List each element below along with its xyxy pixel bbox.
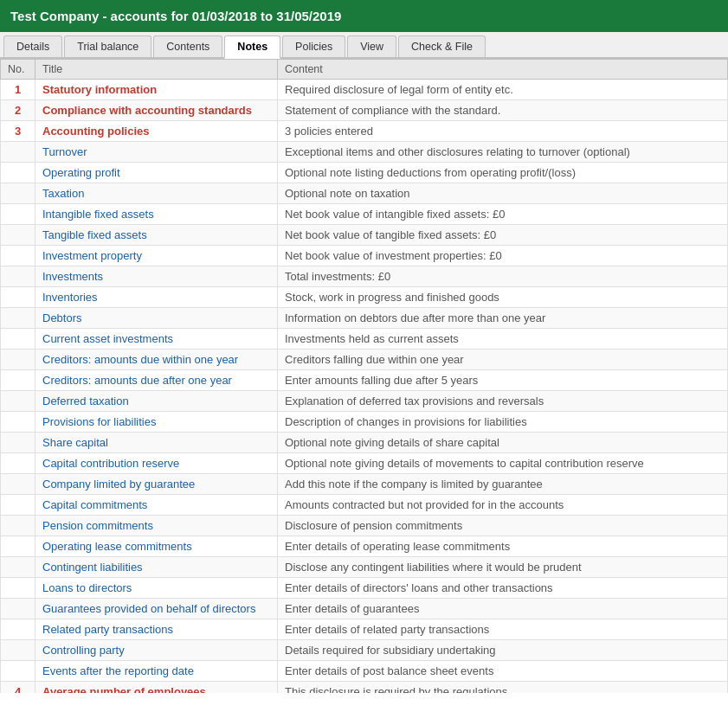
row-number (1, 142, 35, 163)
col-header-no: No. (1, 60, 35, 80)
row-content: Enter amounts falling due after 5 years (278, 370, 728, 391)
row-title[interactable]: Share capital (35, 433, 278, 453)
row-title[interactable]: Operating lease commitments (35, 536, 278, 557)
row-title-text[interactable]: Operating lease commitments (42, 540, 192, 553)
row-title-text[interactable]: Taxation (42, 187, 84, 200)
tab-notes[interactable]: Notes (224, 35, 280, 59)
table-row: Related party transactionsEnter details … (1, 619, 728, 640)
table-row: Intangible fixed assetsNet book value of… (1, 204, 728, 225)
row-title[interactable]: Creditors: amounts due after one year (35, 370, 278, 391)
table-row: Loans to directorsEnter details of direc… (1, 578, 728, 599)
row-title[interactable]: Investment property (35, 246, 278, 266)
row-content: Optional note listing deductions from op… (278, 163, 728, 183)
row-title-text[interactable]: Related party transactions (42, 623, 173, 636)
row-title-text[interactable]: Compliance with accounting standards (42, 104, 252, 117)
row-number (1, 287, 35, 308)
row-title[interactable]: Capital contribution reserve (35, 453, 278, 474)
tab-view[interactable]: View (347, 35, 396, 57)
row-title[interactable]: Guarantees provided on behalf of directo… (35, 599, 278, 619)
row-title-text[interactable]: Debtors (42, 311, 82, 324)
row-content: Required disclosure of legal form of ent… (278, 80, 728, 100)
row-title-text[interactable]: Investment property (42, 249, 142, 262)
row-title[interactable]: Inventories (35, 287, 278, 308)
row-title-text[interactable]: Loans to directors (42, 581, 132, 594)
row-title[interactable]: Controlling party (35, 640, 278, 661)
row-title[interactable]: Operating profit (35, 163, 278, 183)
row-title[interactable]: Provisions for liabilities (35, 412, 278, 433)
row-content: Exceptional items and other disclosures … (278, 142, 728, 163)
row-title[interactable]: Taxation (35, 183, 278, 204)
row-title-text[interactable]: Company limited by guarantee (42, 478, 195, 491)
row-number (1, 578, 35, 599)
row-title[interactable]: Investments (35, 266, 278, 287)
row-number (1, 163, 35, 183)
row-number (1, 329, 35, 350)
tab-contents[interactable]: Contents (153, 35, 222, 57)
row-title[interactable]: Intangible fixed assets (35, 204, 278, 225)
row-content: Details required for subsidiary undertak… (278, 640, 728, 661)
tab-check-&-file[interactable]: Check & File (398, 35, 486, 57)
row-content: Information on debtors due after more th… (278, 308, 728, 329)
row-title[interactable]: Capital commitments (35, 495, 278, 516)
row-title-text[interactable]: Events after the reporting date (42, 664, 194, 677)
row-title-text[interactable]: Statutory information (42, 83, 157, 96)
table-row: 3Accounting policies3 policies entered (1, 121, 728, 142)
row-content: Explanation of deferred tax provisions a… (278, 391, 728, 412)
row-title-text[interactable]: Investments (42, 270, 103, 283)
row-title[interactable]: Related party transactions (35, 619, 278, 640)
row-title-text[interactable]: Creditors: amounts due within one year (42, 353, 238, 366)
row-title-text[interactable]: Guarantees provided on behalf of directo… (42, 602, 255, 615)
row-title-text[interactable]: Current asset investments (42, 332, 173, 345)
row-title[interactable]: Contingent liabilities (35, 557, 278, 578)
table-row: Events after the reporting dateEnter det… (1, 661, 728, 682)
row-title[interactable]: Loans to directors (35, 578, 278, 599)
table-row: Capital commitmentsAmounts contracted bu… (1, 495, 728, 516)
row-number (1, 599, 35, 619)
row-title-text[interactable]: Provisions for liabilities (42, 415, 157, 428)
row-title[interactable]: Tangible fixed assets (35, 225, 278, 246)
row-title[interactable]: Creditors: amounts due within one year (35, 350, 278, 370)
row-title-text[interactable]: Average number of employees (42, 685, 206, 693)
row-title-text[interactable]: Pension commitments (42, 519, 153, 532)
row-title[interactable]: Turnover (35, 142, 278, 163)
row-title-text[interactable]: Capital contribution reserve (42, 457, 179, 470)
row-title[interactable]: Current asset investments (35, 329, 278, 350)
row-title[interactable]: Accounting policies (35, 121, 278, 142)
table-row: Company limited by guaranteeAdd this not… (1, 474, 728, 495)
row-title-text[interactable]: Share capital (42, 436, 108, 449)
row-title-text[interactable]: Operating profit (42, 166, 120, 179)
table-row: Contingent liabilitiesDisclose any conti… (1, 557, 728, 578)
tab-policies[interactable]: Policies (282, 35, 345, 57)
row-title-text[interactable]: Controlling party (42, 644, 125, 657)
row-number (1, 433, 35, 453)
row-title-text[interactable]: Inventories (42, 291, 98, 304)
row-title[interactable]: Debtors (35, 308, 278, 329)
row-title-text[interactable]: Contingent liabilities (42, 561, 143, 574)
row-title-text[interactable]: Capital commitments (42, 498, 147, 511)
table-row: Pension commitmentsDisclosure of pension… (1, 516, 728, 536)
row-title-text[interactable]: Tangible fixed assets (42, 228, 147, 241)
row-title[interactable]: Average number of employees (35, 682, 278, 694)
row-content: Stock, work in progress and finished goo… (278, 287, 728, 308)
row-title[interactable]: Compliance with accounting standards (35, 100, 278, 121)
row-number (1, 308, 35, 329)
tab-details[interactable]: Details (3, 35, 62, 57)
row-title[interactable]: Company limited by guarantee (35, 474, 278, 495)
row-title-text[interactable]: Accounting policies (42, 125, 150, 138)
table-row: 1Statutory informationRequired disclosur… (1, 80, 728, 100)
row-content: Net book value of tangible fixed assets:… (278, 225, 728, 246)
tab-trial-balance[interactable]: Trial balance (64, 35, 151, 57)
row-title-text[interactable]: Creditors: amounts due after one year (42, 374, 232, 387)
row-title-text[interactable]: Turnover (42, 145, 87, 158)
row-title[interactable]: Events after the reporting date (35, 661, 278, 682)
row-title[interactable]: Pension commitments (35, 516, 278, 536)
row-title[interactable]: Statutory information (35, 80, 278, 100)
table-row: Current asset investmentsInvestments hel… (1, 329, 728, 350)
row-title[interactable]: Deferred taxation (35, 391, 278, 412)
row-number (1, 474, 35, 495)
table-row: TurnoverExceptional items and other disc… (1, 142, 728, 163)
row-title-text[interactable]: Intangible fixed assets (42, 208, 154, 221)
row-content: Enter details of directors' loans and ot… (278, 578, 728, 599)
row-content: Disclosure of pension commitments (278, 516, 728, 536)
row-title-text[interactable]: Deferred taxation (42, 394, 129, 407)
